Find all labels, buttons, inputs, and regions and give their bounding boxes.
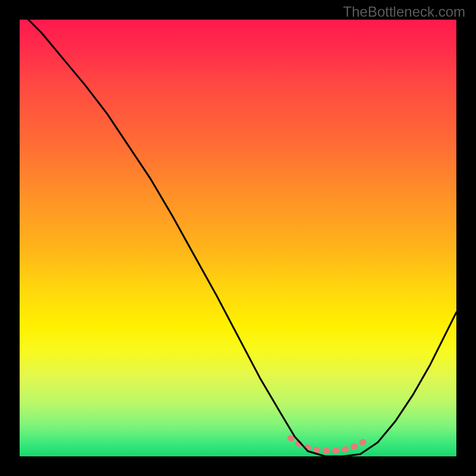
chart-plot-area: [20, 20, 456, 456]
watermark-text: TheBottleneck.com: [343, 4, 465, 20]
bottleneck-curve: [20, 11, 456, 456]
chart-svg: [20, 20, 456, 456]
